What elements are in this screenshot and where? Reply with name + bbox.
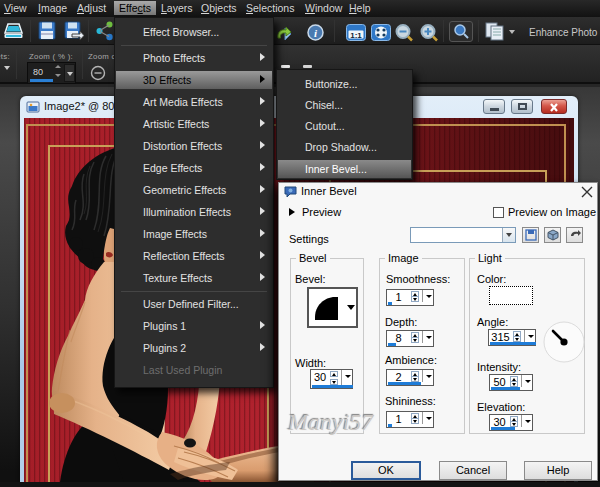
- svg-text:1:1: 1:1: [350, 31, 362, 40]
